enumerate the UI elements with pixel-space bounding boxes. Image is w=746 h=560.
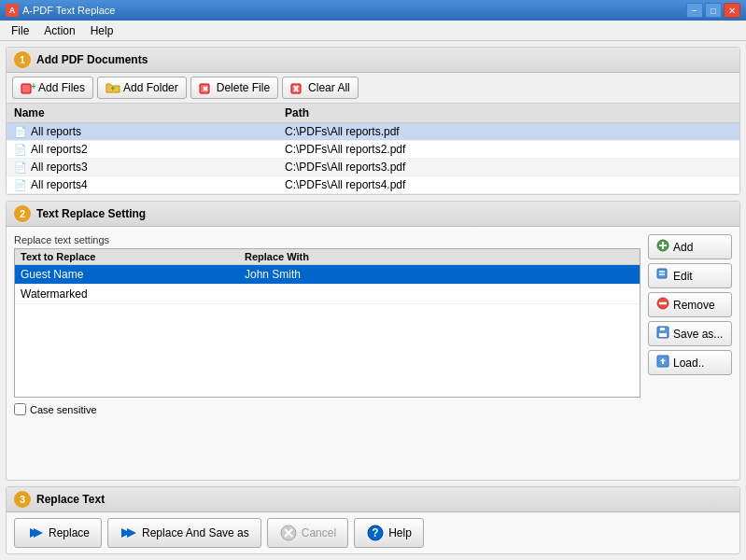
help-button[interactable]: ? Help: [354, 518, 424, 548]
replace-with-cell: [245, 287, 634, 301]
svg-rect-18: [659, 333, 667, 337]
svg-text:+: +: [110, 84, 115, 93]
save-as-label: Save as...: [673, 328, 723, 341]
add-folder-icon: +: [106, 80, 120, 95]
save-as-icon: [656, 326, 669, 342]
edit-replace-label: Edit: [673, 270, 693, 283]
delete-file-button[interactable]: Delete File: [190, 77, 278, 99]
file-path: C:\PDFs\All reports3.pdf: [285, 161, 732, 174]
menu-action[interactable]: Action: [36, 22, 82, 39]
replace-save-icon: [120, 524, 138, 542]
section1-number: 1: [14, 51, 31, 68]
help-label: Help: [388, 526, 412, 539]
app-icon: A: [6, 4, 19, 17]
svg-rect-19: [660, 328, 665, 330]
cancel-button[interactable]: Cancel: [267, 518, 348, 548]
maximize-button[interactable]: □: [705, 3, 722, 18]
replace-table-header: Text to Replace Replace With: [15, 249, 640, 265]
close-button[interactable]: ✕: [724, 3, 740, 18]
add-files-label: Add Files: [38, 81, 85, 94]
table-row[interactable]: 📄All reports3 C:\PDFs\All reports3.pdf: [7, 159, 739, 176]
section-add-pdf: 1 Add PDF Documents + Add Files + Add Fo…: [6, 47, 740, 195]
add-replace-button[interactable]: Add: [648, 234, 732, 259]
save-as-button[interactable]: Save as...: [648, 321, 732, 346]
add-folder-button[interactable]: + Add Folder: [97, 77, 187, 99]
add-files-icon: +: [21, 80, 35, 95]
replace-col-text-header: Text to Replace: [21, 251, 245, 262]
replace-settings-label: Replace text settings: [14, 234, 640, 245]
cancel-icon: [279, 524, 298, 542]
svg-marker-24: [127, 528, 136, 538]
file-path: C:\PDFs\All reports.pdf: [285, 125, 732, 138]
title-bar: A A-PDF Text Replace − □ ✕: [0, 0, 746, 21]
file-list: Name Path 📄All reports C:\PDFs\All repor…: [7, 104, 739, 194]
replace-with-cell: John Smith: [245, 268, 634, 281]
svg-rect-0: [21, 84, 31, 93]
section2-body: Replace text settings Text to Replace Re…: [7, 227, 739, 423]
remove-replace-button[interactable]: Remove: [648, 292, 732, 317]
replace-col-with-header: Replace With: [245, 251, 634, 262]
section-replace-text: 3 Replace Text Replace Replace And Save …: [6, 486, 740, 554]
table-row[interactable]: 📄All reports2 C:\PDFs\All reports2.pdf: [7, 141, 739, 159]
section-replace-setting: 2 Text Replace Setting Replace text sett…: [6, 201, 740, 481]
load-label: Load..: [673, 357, 704, 370]
replace-text-cell: Guest Name: [21, 268, 245, 281]
main-content: 1 Add PDF Documents + Add Files + Add Fo…: [0, 41, 746, 560]
replace-sidebar-buttons: Add Edit Remove: [648, 234, 732, 415]
add-files-button[interactable]: + Add Files: [12, 77, 93, 99]
file-name: 📄All reports3: [14, 161, 285, 174]
add-folder-label: Add Folder: [123, 81, 178, 94]
clear-all-icon: [290, 80, 305, 95]
replace-save-label: Replace And Save as: [142, 526, 249, 539]
section2-header: 2 Text Replace Setting: [7, 202, 739, 227]
section1-header: 1 Add PDF Documents: [7, 48, 739, 73]
col-name-header: Name: [14, 106, 285, 119]
section3-header: 3 Replace Text: [7, 487, 739, 512]
help-icon: ?: [366, 524, 385, 542]
replace-row[interactable]: Watermarked: [15, 285, 640, 304]
cancel-label: Cancel: [302, 526, 336, 539]
delete-file-icon: [199, 80, 214, 95]
window-controls: − □ ✕: [686, 3, 740, 18]
section3-number: 3: [14, 491, 31, 508]
col-path-header: Path: [285, 106, 732, 119]
svg-marker-22: [34, 528, 43, 538]
file-path: C:\PDFs\All reports4.pdf: [285, 178, 732, 191]
load-button[interactable]: Load..: [648, 350, 732, 375]
menu-help[interactable]: Help: [83, 22, 121, 39]
case-sensitive-checkbox[interactable]: [14, 403, 26, 415]
replace-text-cell: Watermarked: [21, 287, 245, 301]
case-sensitive-label: Case sensitive: [30, 404, 97, 415]
file-path: C:\PDFs\All reports2.pdf: [285, 143, 732, 156]
replace-button[interactable]: Replace: [14, 518, 102, 548]
file-name: 📄All reports: [14, 125, 285, 138]
load-icon: [656, 355, 669, 371]
menu-bar: File Action Help: [0, 21, 746, 41]
section3-title: Replace Text: [36, 493, 105, 506]
table-row[interactable]: 📄All reports C:\PDFs\All reports.pdf: [7, 123, 739, 141]
menu-file[interactable]: File: [4, 22, 36, 39]
window-title: A-PDF Text Replace: [22, 5, 115, 16]
file-name: 📄All reports4: [14, 178, 285, 191]
section2-number: 2: [14, 205, 31, 222]
svg-rect-12: [657, 269, 667, 278]
replace-table: Text to Replace Replace With Guest Name …: [14, 248, 640, 398]
replace-row[interactable]: Guest Name John Smith: [15, 265, 640, 285]
replace-label: Replace: [49, 526, 90, 539]
file-name: 📄All reports2: [14, 143, 285, 156]
table-row[interactable]: 📄All reports4 C:\PDFs\All reports4.pdf: [7, 176, 739, 194]
svg-text:+: +: [31, 81, 35, 91]
replace-save-button[interactable]: Replace And Save as: [107, 518, 261, 548]
case-sensitive-option: Case sensitive: [14, 403, 640, 415]
section1-toolbar: + Add Files + Add Folder Delete File: [7, 73, 739, 104]
clear-all-button[interactable]: Clear All: [282, 77, 359, 99]
replace-settings: Replace text settings Text to Replace Re…: [14, 234, 640, 415]
title-bar-left: A A-PDF Text Replace: [6, 4, 115, 17]
add-replace-label: Add: [673, 241, 693, 254]
svg-text:?: ?: [372, 526, 378, 539]
section1-title: Add PDF Documents: [36, 53, 148, 66]
remove-replace-icon: [656, 297, 669, 313]
section2-title: Text Replace Setting: [36, 207, 146, 220]
edit-replace-button[interactable]: Edit: [648, 263, 732, 288]
minimize-button[interactable]: −: [686, 3, 703, 18]
